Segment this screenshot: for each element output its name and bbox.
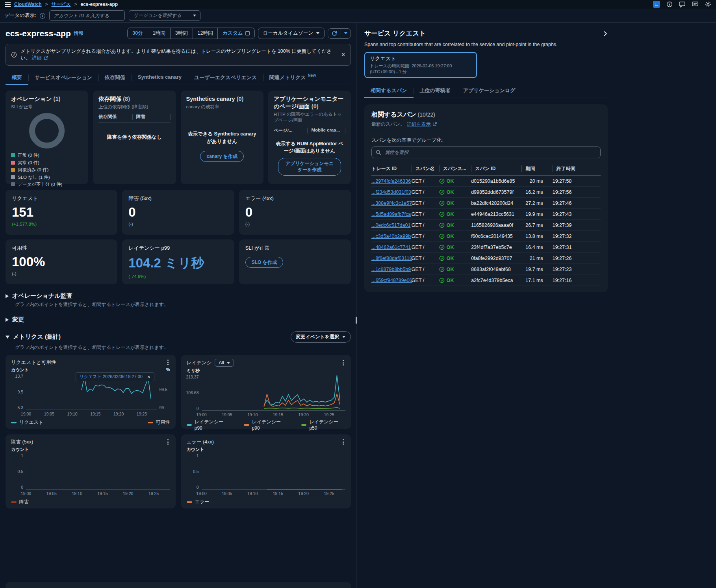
check-circle-icon: [439, 234, 445, 239]
sli-donut-chart[interactable]: [29, 113, 65, 148]
panel-tabs: 相関するスパン上位の寄稿者アプリケーションログ: [364, 83, 608, 98]
trace-id-link[interactable]: ...f234d53d031f03: [371, 189, 411, 195]
trace-id-link[interactable]: ...48462a61c7741: [371, 245, 411, 250]
panel-tab-0[interactable]: 相関するスパン: [364, 83, 414, 98]
attribute-search-input[interactable]: 属性を選択: [371, 147, 601, 158]
card-count: (0): [312, 103, 319, 109]
chart-menu-icon[interactable]: [341, 359, 345, 366]
close-icon[interactable]: ×: [341, 52, 345, 58]
main-tab-0[interactable]: 概要: [6, 70, 28, 85]
section-toggle[interactable]: 変更: [6, 316, 351, 323]
settings-gear-icon[interactable]: [705, 1, 711, 7]
section-toggle[interactable]: オペレーショナル監査: [6, 292, 351, 300]
panel-tab-1[interactable]: 上位の寄稿者: [414, 83, 457, 98]
refresh-options-button[interactable]: [341, 29, 351, 38]
refresh-button[interactable]: [328, 29, 341, 38]
notifications-icon[interactable]: [692, 2, 699, 7]
time-range-button-2[interactable]: 3時間: [170, 28, 193, 39]
column-header-5[interactable]: 終了時間: [553, 165, 584, 172]
create-slo-button[interactable]: SLO を作成: [245, 257, 283, 268]
cloudshell-icon[interactable]: [653, 1, 660, 8]
trace-id-link[interactable]: ...388e9f4c3c1e57: [371, 200, 412, 206]
table-row: ...1c6879b8bb5b9GET /OK8683af2f049abf681…: [371, 264, 601, 275]
main-tab-3[interactable]: Synthetics canary: [132, 70, 188, 85]
section-title: 変更: [12, 316, 24, 323]
time-range-button-1[interactable]: 1時間: [148, 28, 170, 39]
span-id: a2fc7e4d379b5eca: [471, 278, 521, 283]
col-header-fault[interactable]: 障害: [132, 114, 171, 120]
col-header-page[interactable]: ページ/...: [274, 128, 308, 134]
external-link-icon: [432, 122, 437, 126]
panel-resize-handle[interactable]: [356, 317, 357, 324]
trace-id-link[interactable]: ...1c6879b8bb5b9: [371, 267, 411, 272]
trace-id-link[interactable]: ...c3d5a40b2a99b: [371, 234, 411, 239]
feedback-icon[interactable]: [679, 2, 686, 7]
breadcrumb-cloudwatch[interactable]: CloudWatch: [14, 2, 42, 7]
main-tab-1[interactable]: サービスオペレーション: [28, 70, 98, 85]
breadcrumb-separator: >: [74, 2, 77, 7]
rum-card: アプリケーションモニターのページ/画面 (0) HTTP の障害やエラーのあるト…: [268, 91, 351, 184]
trace-id-link[interactable]: ...8f6ef88daf03118: [371, 256, 412, 261]
column-header-4[interactable]: 期間: [521, 165, 553, 172]
chevron-down-icon: [344, 32, 347, 34]
trace-id-link[interactable]: ...5d5ad89afb7fca: [371, 211, 411, 217]
legend-item-1[interactable]: レイテンシー p90: [244, 419, 288, 431]
account-id-input[interactable]: [49, 10, 125, 21]
latency-percentile-select[interactable]: All: [215, 359, 234, 367]
timezone-select[interactable]: ローカルタイムゾーン: [258, 28, 325, 39]
info-icon[interactable]: [666, 1, 673, 7]
select-change-events-button[interactable]: 変更イベントを選択: [291, 331, 351, 343]
main-tab-4[interactable]: ユーザーエクスペリエンス: [188, 70, 263, 85]
chart-plot-area[interactable]: 19:0019:0519:1019:1519:2019:25: [202, 453, 346, 490]
column-header-1[interactable]: スパン名: [412, 165, 439, 172]
trace-id-link[interactable]: ...2974fcfe246336: [371, 178, 411, 184]
chart-menu-icon[interactable]: [166, 438, 170, 445]
hamburger-menu-icon[interactable]: [5, 2, 11, 7]
chart-menu-icon[interactable]: [341, 438, 345, 445]
create-app-monitor-button[interactable]: アプリケーションモニターを作成: [278, 158, 341, 175]
search-icon: [376, 150, 381, 155]
chart-plot-area[interactable]: リクエスト 2026/02/06 19:27:00 × 19:0019:0519…: [26, 374, 157, 410]
y-axis-unit: カウント: [11, 447, 29, 453]
breadcrumb-services[interactable]: サービス: [52, 1, 71, 8]
section-toggle[interactable]: メトリクス (集計): [6, 333, 61, 341]
selected-request-token[interactable]: リクエスト トレースの時間範囲: 2026-02-06 19:27:00 (UT…: [364, 52, 477, 78]
service-requests-panel: サービス リクエスト Spans and top contributors th…: [356, 23, 616, 588]
info-icon[interactable]: i: [40, 13, 45, 19]
time-range-button-0[interactable]: 30分: [128, 28, 147, 39]
legend-item-0[interactable]: エラー: [187, 499, 210, 505]
time-range-button-4[interactable]: カスタム: [217, 28, 254, 39]
chart-plot-area[interactable]: 19:0019:0519:1019:1519:2019:25: [202, 375, 346, 411]
main-tab-2[interactable]: 依存関係: [98, 70, 132, 85]
create-canary-button[interactable]: canary を作成: [200, 151, 243, 162]
trace-id-link[interactable]: ...0edc6c517da01: [371, 223, 410, 228]
legend-item-0[interactable]: リクエスト: [11, 419, 43, 426]
metric-delta: (-74.9%): [128, 274, 228, 279]
col-header-dependency[interactable]: 依存関係: [98, 114, 132, 120]
tooltip-close-icon[interactable]: ×: [147, 374, 150, 380]
trace-id-link[interactable]: ...659cf948789e06: [371, 278, 412, 283]
view-details-link[interactable]: 詳細を表示: [407, 121, 430, 128]
legend-item-0[interactable]: 障害: [11, 499, 29, 505]
info-link[interactable]: 情報: [74, 30, 83, 37]
column-header-2[interactable]: スパンス...: [439, 165, 471, 172]
check-circle-icon: [439, 200, 445, 206]
column-header-3[interactable]: スパン ID: [471, 165, 521, 172]
panel-tab-2[interactable]: アプリケーションログ: [457, 83, 522, 98]
table-row: ...659cf948789e06GET /OKa2fc7e4d379b5eca…: [371, 275, 601, 286]
metric-card-0: リクエスト151(+1,577.8%): [6, 190, 117, 235]
alert-detail-link[interactable]: 詳細: [32, 55, 42, 61]
legend-item-0[interactable]: レイテンシー p99: [187, 419, 231, 431]
main-tab-5[interactable]: 関連メトリクスNew: [263, 70, 322, 85]
time-range-button-3[interactable]: 12時間: [193, 28, 218, 39]
chart-menu-icon[interactable]: [166, 359, 170, 366]
card-subtitle: 上位の依存関係 (障害順): [98, 104, 170, 110]
legend-item-1[interactable]: 可用性: [148, 419, 170, 426]
top-navigation-bar: CloudWatch > サービス > ecs-express-app: [0, 0, 716, 9]
col-header-mobile-crash[interactable]: Mobile cras...: [307, 128, 345, 134]
legend-item-2[interactable]: レイテンシー p50: [301, 419, 345, 431]
region-select[interactable]: リージョンを選択する: [129, 10, 200, 21]
column-header-0[interactable]: トレース ID: [371, 165, 412, 172]
chart-plot-area[interactable]: 19:0019:0519:1019:1519:2019:25: [26, 453, 170, 490]
expand-panel-icon[interactable]: [603, 31, 608, 37]
